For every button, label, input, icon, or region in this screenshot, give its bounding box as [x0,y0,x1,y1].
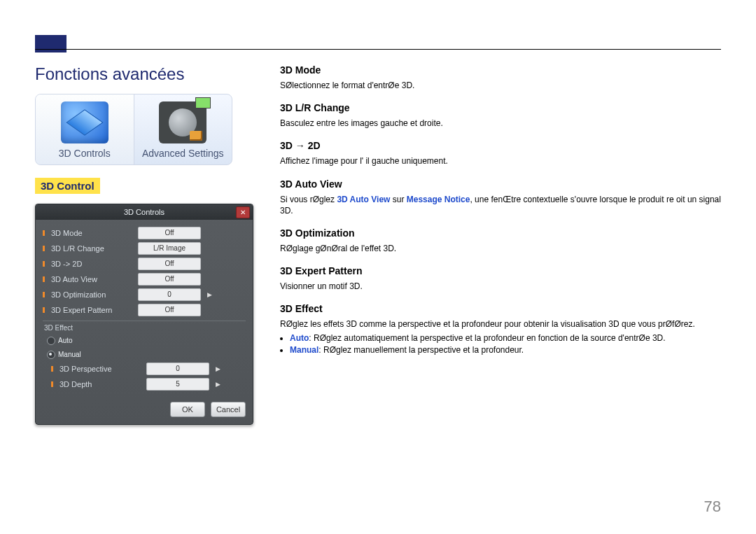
bullet-list: Auto: RØglez automatiquement la perspect… [290,333,721,355]
paragraph: SØlectionnez le format d'entrØe 3D. [280,80,721,91]
subheading: 3D Optimization [280,227,721,239]
setting-value[interactable]: 0 [146,363,209,375]
dialog-body: 3D ModeOff 3D L/R ChangeL/R Image 3D -> … [36,220,253,396]
page-number: 78 [704,498,721,516]
close-icon[interactable]: ✕ [236,206,250,218]
setting-label: 3D Optimization [51,290,134,299]
list-item: Manual: RØglez manuellement la perspecti… [290,345,721,355]
header-divider [35,49,721,50]
setting-row: 3D Perspective0▶ [43,361,246,377]
setting-row: 3D Auto ViewOff [43,272,246,287]
setting-label: 3D Auto View [51,275,134,283]
content-area: Fonctions avancées 3D Controls Advanced … [35,64,721,425]
page-title: Fonctions avancées [35,64,259,84]
radio-auto[interactable]: Auto [43,333,246,347]
paragraph: Si vous rØglez 3D Auto View sur Message … [280,194,721,216]
setting-label: 3D Expert Pattern [51,306,134,314]
inline-key: Message Notice [407,195,470,204]
setting-value[interactable]: 5 [146,378,209,391]
setting-label: 3D -> 2D [51,260,134,268]
paragraph: RØglage gØnØral de l'effet 3D. [280,243,721,254]
text: sur [390,195,406,204]
paragraph: Affichez l'image pour l' il gauche uniqu… [280,155,721,167]
inline-key: Manual [290,345,318,355]
menu-tile-label: Advanced Settings [134,148,232,159]
left-column: Fonctions avancées 3D Controls Advanced … [35,64,259,425]
section-heading: 3D Control [35,178,100,194]
subheading: 3D Effect [280,303,721,314]
paragraph: Basculez entre les images gauche et droi… [280,118,721,129]
setting-value[interactable]: Off [138,258,201,270]
setting-value[interactable]: Off [138,273,201,286]
radio-label: Auto [58,337,73,344]
list-item: Auto: RØglez automatiquement la perspect… [290,333,721,343]
gear-icon [159,101,206,143]
text: Si vous rØglez [280,195,337,204]
setting-value[interactable]: 0 [138,288,201,301]
setting-label: 3D L/R Change [51,244,134,253]
subheading: 3D L/R Change [280,102,721,113]
setting-row: 3D Optimization0▶ [43,287,246,302]
subheading: 3D → 2D [280,140,721,151]
dialog-title: 3D Controls [124,208,164,216]
setting-row: 3D -> 2DOff [43,256,246,272]
inline-key: 3D Auto View [337,195,390,204]
setting-row: 3D Depth5▶ [43,377,246,392]
radio-icon [47,351,55,359]
dialog-footer: OK Cancel [36,396,253,424]
menu-tile-advanced-settings[interactable]: Advanced Settings [134,94,232,164]
thumbnail-icon [195,97,211,108]
group-label-3d-effect: 3D Effect [43,323,246,333]
dialog-titlebar: 3D Controls ✕ [36,204,253,220]
chevron-right-icon[interactable]: ▶ [214,363,222,374]
right-column: 3D Mode SØlectionnez le format d'entrØe … [280,64,721,425]
chevron-right-icon[interactable]: ▶ [205,289,214,300]
text: : RØglez automatiquement la perspective … [309,333,665,343]
menu-tile-3d-controls[interactable]: 3D Controls [36,94,134,164]
setting-value[interactable]: L/R Image [138,242,201,255]
subheading: 3D Auto View [280,178,721,190]
dialog-3d-controls: 3D Controls ✕ 3D ModeOff 3D L/R ChangeL/… [35,204,253,425]
menu-tile-label: 3D Controls [36,148,134,159]
radio-label: Manual [58,351,81,358]
radio-icon [47,337,55,345]
setting-row: 3D L/R ChangeL/R Image [43,241,246,256]
ok-button[interactable]: OK [170,402,205,417]
radio-manual[interactable]: Manual [43,347,246,361]
subheading: 3D Expert Pattern [280,265,721,276]
setting-label: 3D Perspective [59,365,142,373]
cancel-button[interactable]: Cancel [211,402,246,417]
setting-row: 3D Expert PatternOff [43,302,246,318]
setting-label: 3D Mode [51,229,134,237]
chevron-right-icon[interactable]: ▶ [214,379,222,390]
setting-value[interactable]: Off [138,304,201,316]
paragraph: RØglez les effets 3D comme la perspectiv… [280,318,721,330]
inline-key: Auto [290,333,309,343]
setting-label: 3D Depth [59,380,142,388]
cube-3d-icon [61,101,108,143]
subheading: 3D Mode [280,64,721,76]
setting-value[interactable]: Off [138,227,201,239]
header-accent-bar [35,35,66,52]
setting-row: 3D ModeOff [43,225,246,241]
menu-card: 3D Controls Advanced Settings [35,94,232,165]
text: : RØglez manuellement la perspective et … [318,345,524,355]
paragraph: Visionner un motif 3D. [280,281,721,292]
